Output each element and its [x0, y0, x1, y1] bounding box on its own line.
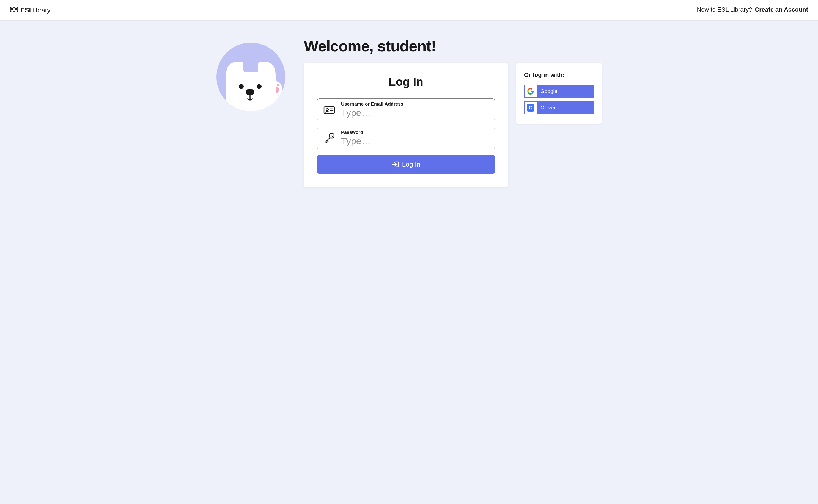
google-icon: [524, 85, 537, 97]
id-card-icon: [324, 106, 335, 114]
signup-prompt: New to ESL Library?: [697, 6, 752, 13]
site-header: ESLlibrary New to ESL Library? Create an…: [0, 0, 818, 21]
password-label: Password: [341, 130, 490, 135]
content-column: Welcome, student! Log In: [304, 37, 601, 187]
create-account-link[interactable]: Create an Account: [755, 6, 808, 14]
social-login-card: Or log in with: Google C: [516, 63, 601, 124]
svg-point-12: [326, 109, 328, 111]
logo-text: ESLlibrary: [20, 6, 50, 14]
clever-login-button[interactable]: C Clever: [524, 101, 594, 114]
google-login-button[interactable]: Google: [524, 85, 594, 98]
key-icon: [324, 133, 335, 144]
svg-point-7: [277, 84, 279, 86]
username-label: Username or Email Address: [341, 101, 490, 107]
login-button-label: Log In: [402, 160, 421, 168]
login-columns: Log In Username or Email Address: [304, 63, 601, 187]
bear-mascot-icon: [217, 43, 285, 111]
svg-point-10: [246, 89, 255, 95]
password-input[interactable]: [341, 136, 490, 146]
svg-point-16: [331, 135, 332, 136]
header-right: New to ESL Library? Create an Account: [697, 6, 808, 14]
clever-label: Clever: [537, 105, 555, 111]
login-title: Log In: [317, 75, 495, 88]
welcome-heading: Welcome, student!: [304, 37, 601, 55]
svg-rect-15: [330, 134, 334, 138]
username-input[interactable]: [341, 107, 490, 118]
login-card: Log In Username or Email Address: [304, 63, 508, 187]
brand-logo: ESLlibrary: [10, 6, 50, 14]
login-button[interactable]: Log In: [317, 155, 495, 174]
logo-icon: [10, 7, 18, 14]
username-field[interactable]: Username or Email Address: [317, 98, 495, 121]
svg-point-8: [239, 84, 244, 89]
clever-icon: C: [524, 102, 537, 114]
svg-point-9: [257, 84, 262, 89]
svg-point-17: [332, 136, 333, 137]
mascot-container: [217, 37, 291, 111]
login-arrow-icon: [392, 161, 399, 168]
main-content: Welcome, student! Log In: [206, 21, 612, 209]
password-field[interactable]: Password: [317, 127, 495, 149]
google-label: Google: [537, 88, 557, 94]
social-heading: Or log in with:: [524, 71, 594, 79]
